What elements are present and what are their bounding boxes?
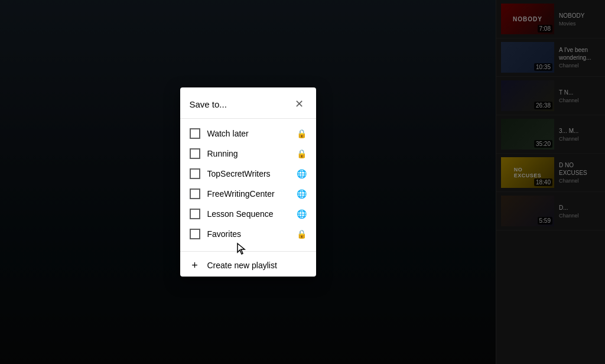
privacy-icon-lesson: 🌐 <box>297 209 307 219</box>
plus-icon: + <box>190 260 200 271</box>
privacy-icon-running: 🔒 <box>297 149 307 158</box>
checkbox-lesson[interactable] <box>190 209 200 219</box>
create-new-playlist-button[interactable]: + Create new playlist <box>180 254 316 277</box>
checkbox-watch-later[interactable] <box>190 128 200 139</box>
checkbox-running[interactable] <box>190 148 200 159</box>
playlist-name-favorites: Favorites <box>207 229 290 239</box>
privacy-icon-watch-later: 🔒 <box>297 129 307 138</box>
playlist-item-favorites[interactable]: Favorites 🔒 <box>180 224 316 244</box>
modal-overlay: Save to... ✕ Watch later 🔒 Running 🔒 Top… <box>0 0 605 364</box>
checkbox-freewriting[interactable] <box>190 188 200 199</box>
checkbox-topsecret[interactable] <box>190 168 200 179</box>
dialog-header: Save to... ✕ <box>180 87 316 119</box>
playlist-item-lesson[interactable]: Lesson Sequence 🌐 <box>180 204 316 224</box>
create-new-label: Create new playlist <box>207 261 277 270</box>
playlist-name-freewriting: FreeWritingCenter <box>207 189 290 199</box>
playlist-item-freewriting[interactable]: FreeWritingCenter 🌐 <box>180 184 316 204</box>
playlist-item-watch-later[interactable]: Watch later 🔒 <box>180 124 316 144</box>
close-button[interactable]: ✕ <box>292 97 307 111</box>
save-to-dialog: Save to... ✕ Watch later 🔒 Running 🔒 Top… <box>180 87 316 277</box>
playlist-item-running[interactable]: Running 🔒 <box>180 144 316 164</box>
playlist-name-topsecret: TopSecretWriters <box>207 169 290 178</box>
divider <box>180 251 316 252</box>
privacy-icon-topsecret: 🌐 <box>297 169 307 178</box>
playlist-name-running: Running <box>207 149 290 158</box>
dialog-title: Save to... <box>190 99 227 109</box>
playlist-item-topsecret[interactable]: TopSecretWriters 🌐 <box>180 164 316 184</box>
playlist-name-lesson: Lesson Sequence <box>207 209 290 219</box>
privacy-icon-freewriting: 🌐 <box>297 189 307 199</box>
checkbox-favorites[interactable] <box>190 229 200 239</box>
playlist-name-watch-later: Watch later <box>207 129 290 138</box>
privacy-icon-favorites: 🔒 <box>297 229 307 239</box>
dialog-body: Watch later 🔒 Running 🔒 TopSecretWriters… <box>180 119 316 249</box>
